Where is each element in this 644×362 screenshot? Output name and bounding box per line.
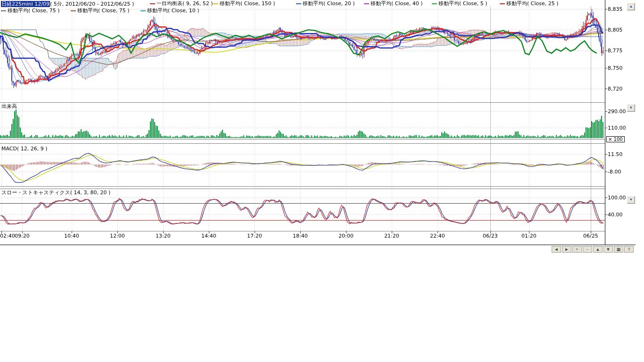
scroll-right-button[interactable]: ► <box>562 246 571 253</box>
legend-line-icon <box>140 10 146 11</box>
zoom-in-icon: + <box>576 247 578 252</box>
indicator-legend-label: 移動平均( Close, 40 ) <box>371 0 423 7</box>
indicator-legend-label: 移動平均( Close, 5 ) <box>438 0 487 7</box>
legend-line-icon <box>500 3 505 4</box>
indicator-legend-label: 移動平均( Close, 20 ) <box>303 0 355 7</box>
volume-unit-badge: × 100 <box>606 136 625 142</box>
grid-icon: ▦ <box>617 247 621 252</box>
legend-line-icon <box>364 3 369 4</box>
scale-up-button[interactable]: ▲ <box>593 246 603 253</box>
indicator-legend-label: 移動平均( Close, 25 ) <box>506 0 559 7</box>
legend-line-icon <box>213 3 218 4</box>
grid-button[interactable]: ▦ <box>614 246 623 253</box>
scroll-right-icon: ► <box>565 247 569 252</box>
indicator-legend[interactable]: 移動平均( Close, 150 ) <box>213 0 275 7</box>
scale-up-icon: ▲ <box>596 247 600 252</box>
volume-panel-scroll-down-button[interactable]: ▼ <box>627 104 635 112</box>
scroll-up-button[interactable]: ▲ <box>627 3 635 10</box>
scroll-left-icon: ◄ <box>554 247 559 252</box>
indicator-legend[interactable]: 移動平均( Close, 5 ) <box>432 0 487 7</box>
legend-line-icon <box>71 10 76 11</box>
legend-line-icon <box>1 10 6 11</box>
bottom-toolbar: ◄►+-▲▼▦? <box>552 246 634 253</box>
instrument-legend[interactable]: 日経225mini 12/09( 5分, 2012/06/20 - 2012/0… <box>1 0 134 8</box>
help-icon: ? <box>627 247 630 252</box>
indicator-legend[interactable]: 移動平均( Close, 10 ) <box>140 8 199 14</box>
indicator-legend-label: 移動平均( Close, 75 ) <box>8 8 60 14</box>
indicator-legend[interactable]: 一目均衡表( 9, 26, 52 ) <box>150 0 213 7</box>
zoom-in-button[interactable]: + <box>572 246 582 253</box>
stoch-panel-scroll-down-button[interactable]: ▼ <box>627 196 635 204</box>
zoom-out-button[interactable]: - <box>583 246 592 253</box>
charting-app-window: 日経225mini 12/09( 5分, 2012/06/20 - 2012/0… <box>0 0 644 362</box>
indicator-legend[interactable]: 移動平均( Close, 75 ) <box>1 8 60 14</box>
indicator-legend[interactable]: 移動平均( Close, 20 ) <box>296 0 355 7</box>
indicator-legend-label: 移動平均( Close, 150 ) <box>220 0 275 7</box>
legend-line-icon <box>296 3 301 4</box>
indicator-legend[interactable]: 移動平均( Close, 75 ) <box>71 8 130 14</box>
help-button[interactable]: ? <box>624 246 634 253</box>
scale-down-button[interactable]: ▼ <box>603 246 613 253</box>
legend-line-icon <box>150 3 155 4</box>
zoom-out-icon: - <box>587 247 588 252</box>
scroll-left-button[interactable]: ◄ <box>552 246 561 253</box>
arrow-down-icon: ▼ <box>629 106 633 110</box>
indicator-legend-label: 移動平均( Close, 75 ) <box>77 8 130 14</box>
arrow-up-icon: ▲ <box>629 4 633 8</box>
arrow-down-icon: ▼ <box>629 197 633 202</box>
instrument-params: ( 5分, 2012/06/20 - 2012/06/25 ) <box>50 1 134 7</box>
legend-line-icon <box>432 3 437 4</box>
scale-down-icon: ▼ <box>606 247 611 252</box>
indicator-legend[interactable]: 移動平均( Close, 40 ) <box>364 0 423 7</box>
indicator-legend-label: 一目均衡表( 9, 26, 52 ) <box>157 0 213 7</box>
indicator-legend[interactable]: 移動平均( Close, 25 ) <box>500 0 559 7</box>
indicator-legend-label: 移動平均( Close, 10 ) <box>147 8 199 14</box>
instrument-name: 日経225mini 12/09 <box>1 1 50 7</box>
chart-plot-area[interactable] <box>0 0 636 245</box>
